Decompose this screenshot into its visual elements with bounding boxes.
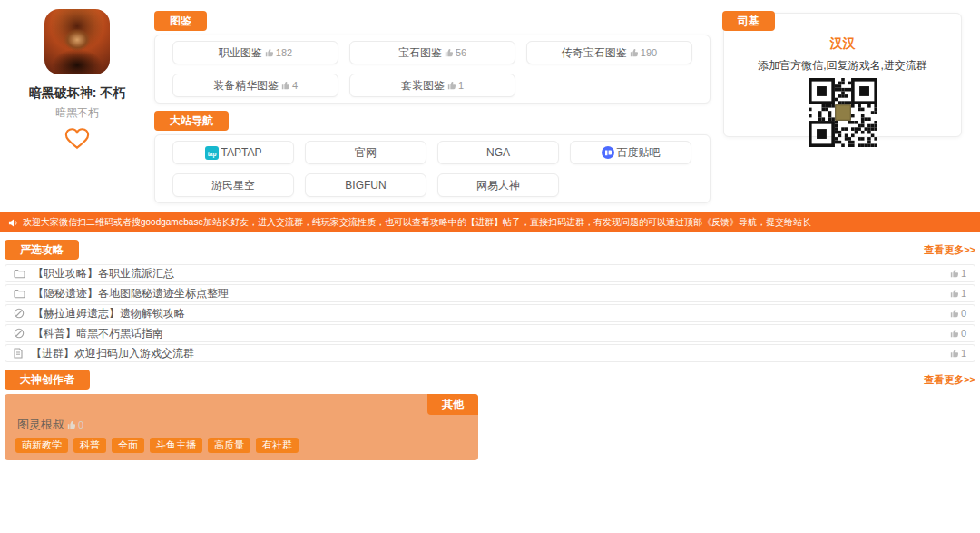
announcement-text: 欢迎大家微信扫二维码或者搜goodgamebase加站长好友，进入交流群，纯玩家… [23,216,811,229]
wechat-card: 司基 汉汉 添加官方微信,回复游戏名,进交流群 [723,13,962,137]
creator-tag[interactable]: 高质量 [208,438,250,453]
guide-title: 【进群】欢迎扫码加入游戏交流群 [31,346,950,361]
guide-like-count: 0 [950,328,966,339]
guide-title: 【隐秘遗迹】各地图隐秘遗迹坐标点整理 [33,286,950,301]
creator-tag[interactable]: 萌新教学 [15,438,68,453]
creator-like-count: 0 [67,419,83,430]
site-icon [602,146,614,159]
view-count: 1 [447,80,464,91]
creator-tag[interactable]: 科普 [74,438,106,453]
favorite-button[interactable] [0,127,154,154]
creators-header: 大神创作者 查看更多>> [5,370,975,390]
creator-tags: 萌新教学 科普 全面 斗鱼主播 高质量 有社群 [15,438,299,453]
site-nav-label: 百度贴吧 [617,145,661,161]
site-nav-label: 游民星空 [211,178,255,193]
site-nav-section-tag: 大站导航 [154,111,229,131]
guide-type-icon [14,269,24,279]
site-nav-section: 大站导航 tapTAPTAP 官网 NGA [154,111,710,203]
site-nav-button[interactable]: 百度贴吧 [570,141,691,164]
guides-section-tag: 严选攻略 [5,240,79,260]
site-nav-button[interactable]: tapTAPTAP [172,141,294,164]
like-icon [447,81,456,90]
creators-more-link[interactable]: 查看更多>> [924,373,975,387]
atlas-button[interactable]: 宝石图鉴56 [349,41,515,64]
guides-more-link[interactable]: 查看更多>> [924,243,975,257]
creators-section-tag: 大神创作者 [5,370,90,390]
site-nav-button[interactable]: NGA [437,141,559,164]
game-subtitle: 暗黑不朽 [0,105,154,121]
like-icon [950,289,959,298]
view-count: 182 [265,47,292,58]
guide-row[interactable]: 【赫拉迪姆遗志】遗物解锁攻略 0 [5,304,975,322]
like-icon [950,269,959,278]
site-nav-button[interactable]: 游民星空 [172,173,294,197]
like-icon [950,329,959,338]
creator-tag[interactable]: 全面 [112,438,144,453]
like-icon [265,48,274,57]
atlas-button[interactable]: 套装图鉴1 [349,74,515,97]
like-icon [950,349,959,358]
guide-row[interactable]: 【隐秘遗迹】各地图隐秘遗迹坐标点整理 1 [5,284,975,302]
wechat-card-tag: 司基 [722,11,775,31]
creators-section: 大神创作者 查看更多>> 其他 图灵根叔 0 萌新教学 科普 全面 斗鱼主播 [0,370,980,460]
like-icon [445,48,454,57]
creator-name-line: 图灵根叔 0 [17,417,83,433]
top-row: 暗黑破坏神: 不朽 暗黑不朽 图鉴 职业图鉴182 [0,0,980,203]
atlas-button[interactable]: 装备精华图鉴4 [172,74,338,97]
qr-code [808,78,877,147]
page: 暗黑破坏神: 不朽 暗黑不朽 图鉴 职业图鉴182 [0,0,980,533]
right-column: 司基 汉汉 添加官方微信,回复游戏名,进交流群 [723,0,962,137]
guide-like-count: 1 [950,268,966,279]
guide-row[interactable]: 【进群】欢迎扫码加入游戏交流群 1 [5,344,975,362]
atlas-section: 图鉴 职业图鉴182 宝石图鉴56 传奇宝石图鉴190 [154,11,710,104]
atlas-button-label: 传奇宝石图鉴 [562,45,627,61]
site-nav-grid: tapTAPTAP 官网 NGA 百度贴吧 [154,134,710,203]
guides-section: 严选攻略 查看更多>> 【职业攻略】各职业流派汇总 1 【隐秘遗迹】各地图隐秘遗… [0,240,980,362]
announcement-banner: 欢迎大家微信扫二维码或者搜goodgamebase加站长好友，进入交流群，纯玩家… [0,212,980,232]
wechat-name: 汉汉 [724,35,961,52]
middle-column: 图鉴 职业图鉴182 宝石图鉴56 传奇宝石图鉴190 [154,0,710,203]
atlas-button-label: 套装图鉴 [401,78,445,94]
atlas-button-label: 职业图鉴 [219,45,262,61]
speaker-icon [8,218,18,228]
guide-type-icon [14,289,24,299]
heart-icon [64,127,91,151]
creator-tag[interactable]: 有社群 [256,438,299,453]
guide-row[interactable]: 【科普】暗黑不朽黑话指南 0 [5,324,975,342]
site-nav-label: NGA [486,146,510,159]
guide-title: 【科普】暗黑不朽黑话指南 [33,326,950,341]
game-avatar[interactable] [44,9,110,74]
site-nav-button[interactable]: 网易大神 [437,173,559,197]
guides-list: 【职业攻略】各职业流派汇总 1 【隐秘遗迹】各地图隐秘遗迹坐标点整理 1 【赫拉… [5,264,975,362]
atlas-button[interactable]: 传奇宝石图鉴190 [526,41,692,64]
atlas-button[interactable]: 职业图鉴182 [172,41,338,64]
game-title: 暗黑破坏神: 不朽 [0,85,154,102]
guide-type-icon [14,328,24,339]
site-nav-button[interactable]: BIGFUN [305,173,426,197]
guide-type-icon [14,348,23,359]
guides-header: 严选攻略 查看更多>> [5,240,975,260]
view-count: 4 [281,80,298,91]
site-nav-button[interactable]: 官网 [305,141,426,164]
view-count: 190 [630,47,657,58]
guide-like-count: 1 [950,348,966,359]
like-icon [950,309,959,318]
svg-text:tap: tap [207,150,216,157]
view-count: 56 [445,47,466,58]
guide-like-count: 0 [950,308,966,319]
like-icon [67,420,76,429]
wechat-desc: 添加官方微信,回复游戏名,进交流群 [724,58,961,74]
creator-card[interactable]: 其他 图灵根叔 0 萌新教学 科普 全面 斗鱼主播 高质量 有社群 [5,394,478,460]
atlas-button-grid: 职业图鉴182 宝石图鉴56 传奇宝石图鉴190 装备精华图鉴4 [154,35,710,104]
guide-type-icon [14,308,24,319]
like-icon [281,81,290,90]
site-nav-label: 网易大神 [476,178,520,193]
site-nav-label: BIGFUN [345,179,386,192]
creator-tag[interactable]: 斗鱼主播 [150,438,202,453]
game-profile: 暗黑破坏神: 不朽 暗黑不朽 [0,0,154,154]
atlas-section-tag: 图鉴 [154,11,207,31]
site-icon: tap [205,146,219,160]
atlas-button-label: 装备精华图鉴 [213,78,279,94]
atlas-button-label: 宝石图鉴 [398,45,442,61]
guide-row[interactable]: 【职业攻略】各职业流派汇总 1 [5,264,975,282]
